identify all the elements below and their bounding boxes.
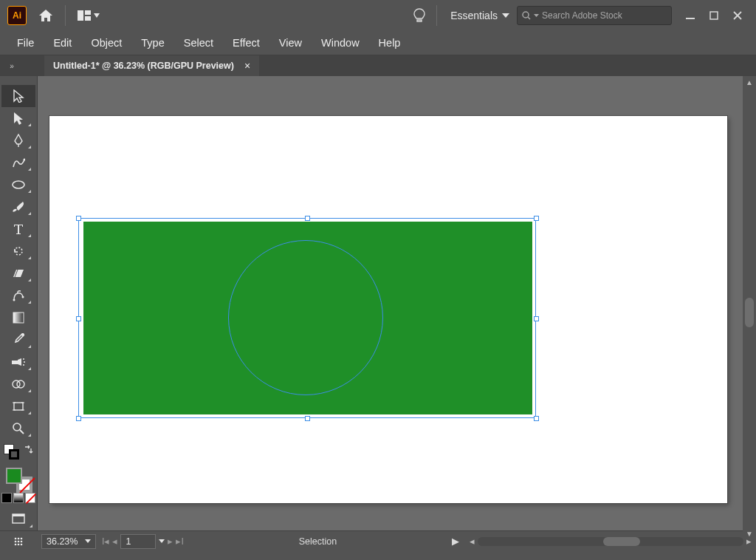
scroll-up-icon[interactable]: ▲ [743, 76, 756, 88]
scroll-left-icon[interactable]: ◂ [470, 536, 475, 547]
color-mode-icon[interactable] [1, 493, 12, 503]
home-button[interactable] [32, 2, 59, 29]
svg-rect-0 [78, 10, 83, 21]
chevron-down-icon [534, 14, 539, 17]
svg-point-17 [23, 358, 24, 360]
next-artboard-icon[interactable]: ▸ [168, 536, 173, 547]
menu-help[interactable]: Help [369, 33, 410, 53]
none-mode-icon[interactable] [25, 493, 35, 503]
status-menu-icon[interactable]: ▶ [452, 536, 459, 547]
artboard-navigation: I◂ ◂ 1 ▸ ▸I [102, 534, 184, 549]
selection-handle[interactable] [305, 216, 310, 221]
swap-fill-stroke-icon[interactable] [23, 445, 33, 456]
window-controls [672, 10, 752, 21]
close-button[interactable] [732, 10, 743, 21]
svg-rect-16 [12, 361, 18, 364]
edit-toolbar-button[interactable] [0, 536, 37, 547]
eyedropper-tool[interactable] [1, 329, 35, 351]
search-stock-input[interactable]: Search Adobe Stock [517, 6, 672, 25]
direct-selection-tool[interactable] [1, 107, 35, 129]
scroll-thumb[interactable] [745, 298, 754, 327]
zoom-level-input[interactable]: 36.23% [41, 534, 96, 549]
divider [436, 5, 437, 26]
menu-window[interactable]: Window [312, 33, 369, 53]
prev-artboard-icon[interactable]: ◂ [112, 536, 117, 547]
curvature-tool[interactable] [1, 151, 35, 174]
draw-mode-row [1, 493, 35, 503]
puppet-warp-tool[interactable] [1, 284, 35, 307]
menu-edit[interactable]: Edit [44, 33, 81, 53]
chevron-down-icon[interactable] [159, 539, 165, 543]
svg-point-10 [13, 181, 24, 188]
svg-point-37 [15, 543, 17, 545]
canvas-viewport[interactable] [37, 76, 756, 530]
svg-point-32 [18, 537, 20, 539]
svg-rect-14 [13, 313, 24, 323]
default-fill-stroke-icon2 [9, 449, 19, 460]
collapse-panels-icon[interactable]: » [3, 62, 21, 72]
fill-swatch[interactable] [6, 468, 22, 484]
zoom-value: 36.23% [47, 536, 78, 547]
horizontal-scrollbar[interactable]: ◂ ▸ [465, 536, 756, 547]
paintbrush-tool[interactable] [1, 196, 35, 218]
menu-effect[interactable]: Effect [223, 33, 269, 53]
titlebar: Ai Essentials Search Adobe Stock [0, 0, 756, 31]
svg-point-3 [523, 12, 529, 18]
selection-handle[interactable] [534, 216, 539, 221]
ellipse-shape[interactable] [228, 240, 383, 395]
symbol-sprayer-tool[interactable] [1, 351, 35, 373]
type-tool[interactable] [1, 218, 35, 240]
scroll-down-icon[interactable]: ▼ [743, 527, 756, 539]
menu-select[interactable]: Select [174, 33, 223, 53]
eraser-tool[interactable] [1, 262, 35, 284]
app-logo: Ai [7, 6, 27, 25]
pen-tool[interactable] [1, 129, 35, 151]
svg-point-27 [13, 423, 21, 431]
selection-handle[interactable] [76, 316, 81, 321]
discover-icon[interactable] [408, 4, 430, 27]
last-artboard-icon[interactable]: ▸I [176, 536, 183, 547]
menu-object[interactable]: Object [81, 33, 131, 53]
menu-file[interactable]: File [7, 33, 44, 53]
menubar: File Edit Object Type Select Effect View… [0, 31, 756, 55]
workspace-switcher[interactable]: Essentials [443, 10, 517, 21]
menu-type[interactable]: Type [131, 33, 173, 53]
artboard-tool[interactable] [1, 395, 35, 417]
selection-tool[interactable] [1, 85, 35, 107]
document-tabstrip: Untitled-1* @ 36.23% (RGB/GPU Preview) × [0, 55, 756, 76]
scroll-track[interactable] [478, 537, 743, 546]
shape-builder-tool[interactable] [1, 373, 35, 395]
first-artboard-icon[interactable]: I◂ [102, 536, 109, 547]
arrange-documents-button[interactable] [72, 4, 106, 27]
current-tool-label: Selection [184, 536, 452, 547]
gradient-tool[interactable] [1, 307, 35, 329]
selection-handle[interactable] [534, 316, 539, 321]
ellipse-tool[interactable] [1, 174, 35, 196]
selection-handle[interactable] [305, 416, 310, 421]
fill-stroke-swatch[interactable] [4, 466, 32, 493]
menu-view[interactable]: View [269, 33, 312, 53]
close-tab-icon[interactable]: × [244, 60, 250, 72]
artboard-number-input[interactable]: 1 [120, 534, 156, 549]
selection-handle[interactable] [534, 416, 539, 421]
maximize-button[interactable] [709, 10, 719, 21]
screen-mode-button[interactable] [7, 508, 30, 530]
svg-point-38 [18, 543, 20, 545]
tools-panel [0, 76, 37, 530]
svg-rect-30 [13, 514, 24, 516]
rotate-tool[interactable] [1, 240, 35, 262]
selection-handle[interactable] [76, 216, 81, 221]
scroll-thumb[interactable] [603, 537, 640, 546]
document-tab[interactable]: Untitled-1* @ 36.23% (RGB/GPU Preview) × [44, 55, 259, 76]
svg-point-13 [22, 296, 24, 298]
svg-point-33 [21, 537, 23, 539]
zoom-tool[interactable] [1, 417, 35, 440]
svg-point-36 [21, 540, 23, 542]
minimize-button[interactable] [685, 10, 695, 21]
vertical-scrollbar[interactable]: ▲ ▼ [743, 76, 756, 539]
selection-handle[interactable] [76, 416, 81, 421]
divider [65, 5, 66, 26]
svg-point-21 [17, 380, 24, 388]
svg-rect-15 [21, 333, 24, 337]
gradient-mode-icon[interactable] [13, 493, 24, 503]
